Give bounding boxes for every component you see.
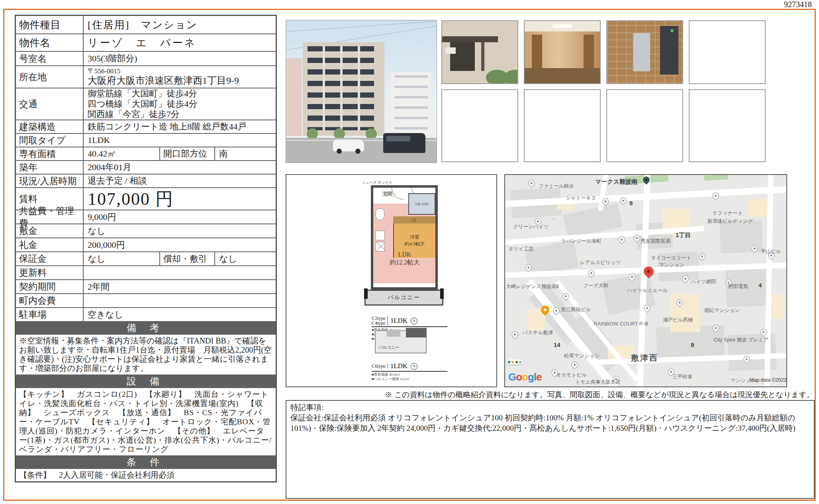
- map-label: ハイツ網田: [691, 278, 716, 285]
- map-building: [670, 294, 700, 332]
- ldk-label: LDK 約12.2帖大: [379, 251, 431, 267]
- row-label: 物件種目: [16, 16, 84, 33]
- row-value: 〒556-0015 大阪府大阪市浪速区敷津西1丁目9-9: [84, 66, 276, 88]
- unit-bath: UB 1216: [408, 193, 435, 215]
- floorplan-legend-2: C6type 1LDK N ■専有面積 40.42㎡ ■バルコニー面積 4.23…: [372, 362, 447, 381]
- entrance-label: 玄関: [382, 191, 393, 197]
- map-pin-icon: [527, 178, 536, 188]
- rent-value: 107,000 円: [84, 188, 276, 210]
- photo-placeholder: [441, 89, 518, 162]
- map-pin-icon: [570, 360, 579, 369]
- photo-entrance: [441, 20, 518, 84]
- section-header-facilities: 設 備: [16, 375, 276, 387]
- postal-code: 〒556-0015: [88, 68, 120, 75]
- row-label: 交通: [16, 88, 84, 120]
- property-flyer-page: 9273418 物件種目 [住居用] マンション 物件名 リーゾ エ パーネ 号…: [0, 0, 819, 504]
- map-label: 松尾マンション: [564, 353, 600, 359]
- floorplan-drawing: 玄関 UB 1216 CL 洋室 約4.5帖大 LDK 約12.2帖大: [371, 185, 438, 290]
- table-row: 礼金 200,000円: [16, 237, 276, 251]
- map-label: フーズ大和: [583, 282, 608, 289]
- remarks-text: ※空室情報・募集条件・案内方法等の確認は『ITANDI BB』で確認をお願い致し…: [16, 334, 276, 375]
- hallway-door: [532, 35, 542, 71]
- special-notes-box: 特記事項: 保証会社:保証会社利用必須 オリコフォレントインシュア100 初回契…: [286, 400, 815, 499]
- special-notes-body: 保証会社:保証会社利用必須 オリコフォレントインシュア100 初回契約時:100…: [290, 413, 810, 433]
- map-label: オカモトビル: [556, 372, 587, 378]
- map-label: マンション: [659, 262, 684, 269]
- apartment-building: [303, 42, 384, 136]
- transit-line: 関西線「今宮」徒歩7分: [88, 109, 180, 120]
- hallway-door: [584, 35, 594, 71]
- neighbor-building: [391, 72, 431, 135]
- row-value-2: 南: [215, 147, 276, 160]
- unit-types: C2type C4type: [372, 316, 388, 326]
- map-label: ハイツルミエール: [627, 287, 668, 294]
- balcony-diagram-shape: [406, 328, 427, 337]
- balcony-diagram: バルコニー: [375, 330, 427, 353]
- laundry-space-icon: [375, 242, 385, 251]
- map-label: 平山ビル: [761, 248, 781, 255]
- neighbor-building: [286, 58, 302, 136]
- map-label: マークス難波南: [595, 178, 637, 186]
- property-spec-table: 物件種目 [住居用] マンション 物件名 リーゾ エ パーネ 号室名 305(3…: [15, 15, 277, 482]
- row-value: なし: [84, 252, 159, 265]
- map-building: [747, 199, 767, 217]
- row-value: 305(3階部分): [84, 52, 276, 65]
- photo-placeholder: [606, 89, 683, 162]
- map-label: 4: [758, 282, 762, 288]
- row-value: 鉄筋コンクリート造 地上8階 総戸数44戸: [84, 120, 276, 133]
- bedroom-size: 約4.5帖大: [405, 241, 425, 247]
- mailbox-panel: [660, 26, 678, 75]
- row-label: 契約期間: [16, 280, 84, 293]
- conditions-text: 【条件】 2人入居可能・保証会社利用必須: [16, 468, 276, 481]
- map-label: 大崎レジデンス難波南Ⅱ: [506, 283, 559, 290]
- table-row: 交通 御堂筋線「大国町」徒歩4分 四つ橋線「大国町」徒歩4分 関西線「今宮」徒歩…: [16, 88, 276, 120]
- layout-type: 1LDK: [390, 317, 408, 325]
- map-label: City Spire 難波 プレミア: [714, 337, 768, 343]
- google-logo: Google: [508, 371, 542, 383]
- row-value: 40.42㎡: [84, 147, 159, 160]
- section-header-remarks: 備 考: [16, 321, 276, 334]
- map-label: 野田電気: [728, 283, 748, 290]
- map-label: ラフィナート: [712, 210, 743, 217]
- row-value: 2年間: [84, 280, 276, 293]
- map-label: 新浪速ビルディング: [707, 218, 753, 225]
- bedroom-name: 洋室: [410, 234, 419, 241]
- row-label: 間取タイプ: [16, 134, 84, 147]
- row-value: [84, 266, 276, 279]
- washer-icon: [375, 231, 385, 240]
- map-label: 瀬戸ビル西棟: [663, 317, 693, 324]
- row-label: 物件名: [16, 34, 84, 51]
- north-compass-icon: N: [411, 363, 417, 370]
- row-label: 号室名: [16, 52, 84, 65]
- row-label: 専有面積: [16, 147, 84, 160]
- map-label: ラパンジール湊町: [561, 238, 601, 245]
- row-label: 敷金: [16, 224, 84, 237]
- balcony-diagram-shape: [387, 330, 400, 337]
- transit-line: 御堂筋線「大国町」徒歩4分: [88, 88, 197, 99]
- row-label: 共益費・管理費: [16, 210, 84, 224]
- row-label: 築年: [16, 161, 84, 174]
- map-label: 敷津西: [631, 353, 658, 363]
- photo-placeholder: [689, 20, 766, 84]
- row-value: [84, 294, 276, 307]
- map-label: 1丁目: [676, 231, 691, 239]
- table-row: 駐車場 空きなし: [16, 307, 276, 321]
- map-pin-icon: [697, 251, 707, 261]
- indicator-lamp: [670, 29, 674, 32]
- photo-elevator-hall: [606, 20, 683, 84]
- floorplan-panel: シューズ ボックス 玄関 UB 1216 CL 洋室 約4.5帖大 LDK 約1…: [286, 174, 497, 387]
- row-label-2: 開口部方位: [159, 147, 215, 160]
- entrance-pillar: [481, 42, 484, 71]
- transit-line: 四つ橋線「大国町」徒歩4分: [88, 99, 198, 109]
- row-value: 1LDK: [84, 134, 276, 147]
- row-value: 御堂筋線「大国町」徒歩4分 四つ橋線「大国町」徒歩4分 関西線「今宮」徒歩7分: [84, 88, 276, 120]
- table-row: 物件種目 [住居用] マンション: [16, 16, 276, 33]
- row-label: 所在地: [16, 66, 84, 88]
- table-row: 号室名 305(3階部分): [16, 51, 276, 65]
- map-label: RAINBOW COURT P-Ⅲ: [594, 321, 648, 327]
- table-row: 建築構造 鉄筋コンクリート造 地上8階 総戸数44戸: [16, 120, 276, 133]
- map-label: レアルスピリッツ: [580, 259, 621, 266]
- table-row: 所在地 〒556-0015 大阪府大阪市浪速区敷津西1丁目9-9: [16, 65, 276, 88]
- north-compass-icon: N: [411, 318, 417, 324]
- entrance-sign: [445, 47, 456, 54]
